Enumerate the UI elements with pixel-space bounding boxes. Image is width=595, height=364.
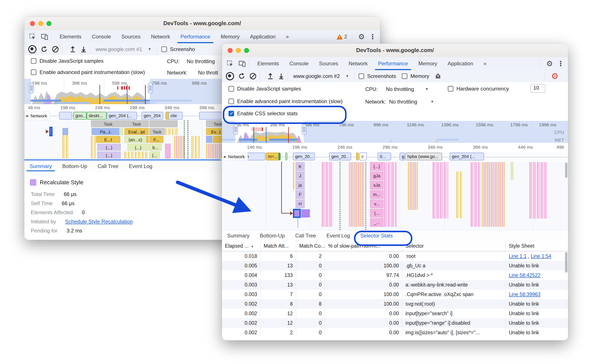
- load-profile-icon[interactable]: [267, 72, 274, 80]
- stylesheet-link[interactable]: Line 1:1: [509, 253, 527, 259]
- network-request-chip[interactable]: [356, 153, 359, 161]
- collect-garbage-icon[interactable]: [434, 72, 442, 80]
- flame-task[interactable]: Task: [124, 120, 149, 127]
- hardware-concurrency-input[interactable]: 10: [530, 84, 545, 93]
- target-select[interactable]: www.google.com #1 ▼: [93, 46, 154, 52]
- network-request-chip[interactable]: [59, 112, 72, 119]
- flame-event[interactable]: (an...s): [124, 136, 146, 143]
- inspect-icon[interactable]: [29, 33, 36, 40]
- col-match-count[interactable]: Match Co...: [296, 241, 325, 251]
- network-throttling-select[interactable]: No throttling: [389, 99, 417, 105]
- network-request-chip[interactable]: c: [359, 153, 367, 161]
- flame-event[interactable]: gJa: [370, 171, 383, 180]
- flame-event[interactable]: m...: [370, 190, 383, 199]
- tab-memory[interactable]: Memory: [413, 57, 443, 70]
- advanced-paint-checkbox[interactable]: [31, 70, 36, 75]
- tab-memory[interactable]: Memory: [216, 30, 245, 43]
- flame-event[interactable]: E...t: [96, 136, 120, 143]
- save-profile-icon[interactable]: [80, 46, 87, 53]
- network-track-label[interactable]: ▶ Network: [222, 153, 248, 161]
- network-request-chip[interactable]: deskt...: [87, 112, 107, 119]
- tab-network[interactable]: Network: [146, 30, 175, 43]
- network-request-chip[interactable]: gen_204 (...: [450, 153, 484, 161]
- stylesheet-link[interactable]: Line 58:42522: [509, 273, 540, 278]
- table-row[interactable]: 0.00212 00.00 input[type="range" i]:disa…: [222, 318, 568, 328]
- expander-icon[interactable]: ▶: [26, 112, 29, 120]
- cpu-throttling-select[interactable]: No throttling: [386, 86, 414, 92]
- record-icon[interactable]: [28, 45, 36, 53]
- flame-event[interactable]: (...: [370, 209, 383, 217]
- tab-sources[interactable]: Sources: [314, 57, 343, 70]
- table-vertical-scrollbar[interactable]: [565, 252, 567, 273]
- stylesheet-link[interactable]: Line 1:54: [531, 253, 551, 259]
- flame-vertical-scrollbar[interactable]: [565, 163, 567, 178]
- css-selector-stats-checkbox[interactable]: [228, 111, 234, 116]
- tab-selector-stats[interactable]: Selector Stats: [355, 230, 398, 241]
- tab-event-log[interactable]: Event Log: [321, 230, 355, 241]
- network-request-chip[interactable]: [285, 153, 287, 161]
- disable-js-checkbox[interactable]: [31, 58, 36, 64]
- chevron-down-icon[interactable]: ▼: [430, 100, 434, 104]
- col-slow-path[interactable]: % of slow-path non-m...: [325, 241, 402, 251]
- flame-event[interactable]: (...): [97, 144, 121, 151]
- flame-event[interactable]: [165, 144, 171, 158]
- tab-elements[interactable]: Elements: [252, 57, 284, 70]
- clear-icon[interactable]: [249, 72, 257, 80]
- flame-event[interactable]: Eval...ipt: [124, 128, 149, 135]
- col-style-sheet[interactable]: Style Sheet: [506, 241, 568, 251]
- network-request-chip[interactable]: hpba (www.go...: [405, 153, 442, 161]
- tab-application[interactable]: Application: [245, 30, 281, 43]
- reload-and-record-icon[interactable]: [40, 46, 48, 53]
- main-flame-chart[interactable]: K J ja F H (...) gJa sJa m... v... (... …: [222, 162, 568, 230]
- kebab-menu-icon[interactable]: ⋮: [556, 59, 568, 68]
- table-row[interactable]: 0.0022 00.00 img:is([sizes="auto" i], [s…: [222, 328, 568, 337]
- tab-event-log[interactable]: Event Log: [124, 161, 157, 171]
- tab-bottom-up[interactable]: Bottom-Up: [255, 230, 290, 241]
- flame-event[interactable]: F...: [149, 136, 163, 143]
- network-request-chip[interactable]: [199, 112, 223, 119]
- selection-handle-right[interactable]: [148, 83, 153, 94]
- col-selector[interactable]: Selector: [402, 241, 506, 251]
- tab-summary[interactable]: Summary: [24, 161, 57, 171]
- table-row[interactable]: 0.0186 20.00 :root Line 1:1 , Line 1:54: [222, 251, 568, 261]
- flame-event[interactable]: (...): [128, 144, 149, 151]
- tab-sources[interactable]: Sources: [116, 30, 146, 43]
- titlebar[interactable]: DevTools - www.google.com/: [222, 44, 568, 57]
- network-request-chip[interactable]: gen_20...: [293, 153, 315, 161]
- device-toolbar-icon[interactable]: [238, 60, 246, 67]
- save-profile-icon[interactable]: [278, 72, 285, 80]
- table-row[interactable]: 0.00212 00.00 input[type="search" i]Unab…: [222, 309, 568, 318]
- cpu-throttling-select[interactable]: No throttling: [187, 58, 215, 64]
- initiator-link[interactable]: Schedule Style Recalculation: [65, 219, 133, 225]
- flame-task[interactable]: Task: [91, 120, 125, 127]
- capture-settings-gear-icon[interactable]: ⚙: [548, 71, 562, 81]
- table-row[interactable]: 0.00313 00.00 a:-webkit-any-link:read-wr…: [222, 280, 568, 290]
- network-throttling-select[interactable]: No thrott: [198, 70, 218, 76]
- network-request-chip[interactable]: gen_204: [142, 112, 163, 119]
- expander-icon[interactable]: ▶: [224, 153, 227, 161]
- network-request-chip[interactable]: m=...: [266, 153, 281, 161]
- network-request-chip[interactable]: 0...: [378, 153, 391, 161]
- col-elapsed[interactable]: Elapsed ...▼: [222, 241, 260, 251]
- flame-event[interactable]: sJa: [370, 181, 383, 189]
- selection-handle-left[interactable]: [29, 83, 34, 94]
- flame-event[interactable]: (...: [149, 152, 160, 158]
- flame-event[interactable]: _...: [370, 218, 383, 227]
- inspect-icon[interactable]: [227, 60, 234, 67]
- chevron-down-icon[interactable]: ▼: [425, 87, 429, 91]
- network-request-chip[interactable]: gen_204 (...: [107, 112, 137, 119]
- tab-call-tree[interactable]: Call Tree: [92, 161, 124, 171]
- disable-js-checkbox[interactable]: [228, 86, 234, 91]
- tab-bottom-up[interactable]: Bottom-Up: [57, 161, 92, 171]
- more-tabs-icon[interactable]: »: [478, 57, 492, 70]
- clear-icon[interactable]: [52, 46, 59, 53]
- network-request-chip[interactable]: goo...: [73, 112, 87, 119]
- load-profile-icon[interactable]: [69, 46, 76, 53]
- table-row[interactable]: 0.0037 0100.00 .CqmPRe:active .oXqZxc sp…: [222, 290, 568, 299]
- warning-count[interactable]: 2: [344, 34, 347, 40]
- tab-console[interactable]: Console: [284, 57, 314, 70]
- selected-event-box[interactable]: [49, 127, 53, 136]
- kebab-menu-icon[interactable]: ⋮: [368, 33, 380, 41]
- network-request-chip[interactable]: gen_20...: [329, 153, 351, 161]
- network-track-label[interactable]: ▶ Network: [24, 112, 50, 120]
